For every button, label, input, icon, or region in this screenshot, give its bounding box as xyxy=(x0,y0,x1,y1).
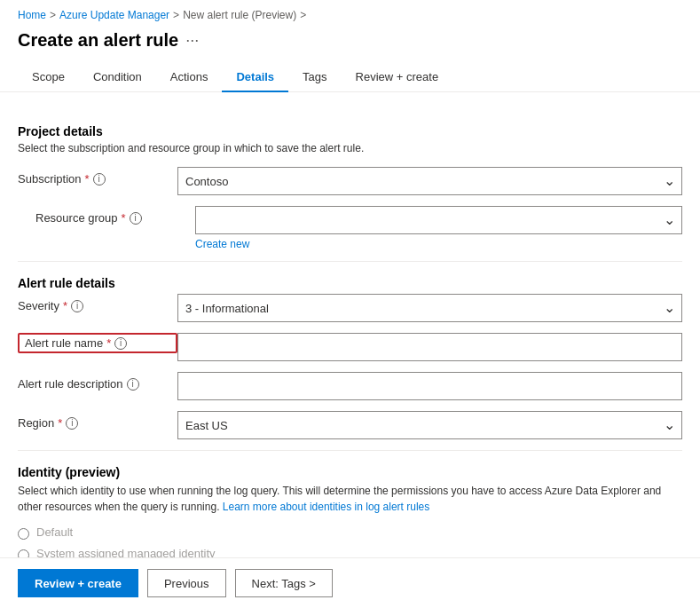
project-details-desc: Select the subscription and resource gro… xyxy=(18,142,682,154)
tab-condition[interactable]: Condition xyxy=(79,63,156,92)
identity-radio-default[interactable] xyxy=(18,528,29,540)
subscription-select[interactable]: Contoso xyxy=(177,167,682,195)
alert-rule-description-label: Alert rule description i xyxy=(18,372,177,391)
region-info-icon[interactable]: i xyxy=(66,417,78,430)
region-row: Region * i East US West US North Europe … xyxy=(18,411,682,439)
main-content: Project details Select the subscription … xyxy=(0,92,700,608)
project-details-title: Project details xyxy=(18,124,682,138)
tab-bar: Scope Condition Actions Details Tags Rev… xyxy=(0,63,700,92)
severity-info-icon[interactable]: i xyxy=(71,300,83,312)
review-create-button[interactable]: Review + create xyxy=(18,569,138,597)
identity-desc: Select which identity to use when runnin… xyxy=(18,483,682,515)
next-button[interactable]: Next: Tags > xyxy=(235,569,333,597)
breadcrumb: Home > Azure Update Manager > New alert … xyxy=(0,0,700,27)
breadcrumb-home[interactable]: Home xyxy=(18,9,46,21)
region-select-wrapper: East US West US North Europe West Europe xyxy=(177,411,682,439)
page-title-container: Create an alert rule ··· xyxy=(0,27,700,63)
resource-group-select[interactable] xyxy=(195,206,682,234)
subscription-label: Subscription * i xyxy=(18,167,177,186)
subscription-row: Subscription * i Contoso xyxy=(18,167,682,195)
identity-learn-more-link[interactable]: Learn more about identities in log alert… xyxy=(223,501,429,513)
alert-rule-name-info-icon[interactable]: i xyxy=(114,337,127,350)
alert-rule-name-label: Alert rule name * i xyxy=(18,333,177,353)
footer: Review + create Previous Next: Tags > xyxy=(0,557,700,608)
resource-group-control: Create new xyxy=(195,206,682,250)
subscription-select-wrapper: Contoso xyxy=(177,167,682,195)
severity-row: Severity * i 0 - Critical 1 - Error 2 - … xyxy=(18,294,682,322)
identity-title: Identity (preview) xyxy=(18,465,682,479)
alert-rule-name-control xyxy=(177,333,682,361)
identity-option-default: Default xyxy=(18,525,682,540)
tab-actions[interactable]: Actions xyxy=(156,63,223,92)
severity-label: Severity * i xyxy=(18,294,177,312)
divider-2 xyxy=(18,450,682,451)
tab-tags[interactable]: Tags xyxy=(288,63,341,92)
tab-scope[interactable]: Scope xyxy=(18,63,79,92)
subscription-info-icon[interactable]: i xyxy=(93,173,106,186)
resource-group-label: Resource group * i xyxy=(35,206,195,225)
resource-group-info-icon[interactable]: i xyxy=(130,212,142,225)
create-new-link[interactable]: Create new xyxy=(195,238,682,250)
alert-rule-description-row: Alert rule description i xyxy=(18,372,682,400)
more-options-icon[interactable]: ··· xyxy=(185,31,199,50)
region-select[interactable]: East US West US North Europe West Europe xyxy=(177,411,682,439)
previous-button[interactable]: Previous xyxy=(147,569,226,597)
divider-1 xyxy=(18,261,682,262)
alert-rule-description-input[interactable] xyxy=(177,372,682,400)
resource-group-row: Resource group * i Create new xyxy=(35,206,682,250)
severity-select[interactable]: 0 - Critical 1 - Error 2 - Warning 3 - I… xyxy=(177,294,682,322)
region-label: Region * i xyxy=(18,411,177,430)
breadcrumb-current: New alert rule (Preview) xyxy=(183,9,296,21)
tab-details[interactable]: Details xyxy=(222,63,288,92)
page-title: Create an alert rule xyxy=(18,30,178,51)
alert-rule-name-row: Alert rule name * i xyxy=(18,333,682,361)
alert-rule-name-input[interactable] xyxy=(177,333,682,361)
tab-review-create[interactable]: Review + create xyxy=(342,63,453,92)
identity-default-label[interactable]: Default xyxy=(36,525,73,539)
breadcrumb-update-manager[interactable]: Azure Update Manager xyxy=(59,9,169,21)
alert-rule-description-control xyxy=(177,372,682,400)
alert-rule-details-title: Alert rule details xyxy=(18,276,682,290)
alert-rule-description-info-icon[interactable]: i xyxy=(127,378,139,391)
severity-select-wrapper: 0 - Critical 1 - Error 2 - Warning 3 - I… xyxy=(177,294,682,322)
